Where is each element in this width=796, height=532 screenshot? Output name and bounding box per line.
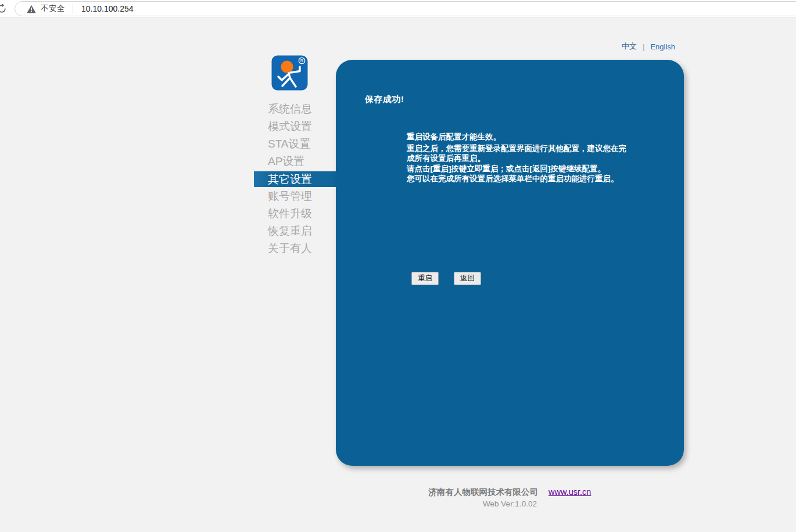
content-panel: 保存成功! 重启设备后配置才能生效。 重启之后，您需要重新登录配置界面进行其他配… <box>336 60 684 466</box>
instruction-line: 重启之后，您需要重新登录配置界面进行其他配置，建议您在完 <box>407 143 626 154</box>
sidebar-item-mode-settings[interactable]: 模式设置 <box>254 118 336 135</box>
sidebar-item-about-usr[interactable]: 关于有人 <box>254 240 336 257</box>
registered-mark-letter: R <box>300 58 304 63</box>
button-row: 重启 返回 <box>411 272 481 285</box>
sidebar-item-system-info[interactable]: 系统信息 <box>254 100 336 118</box>
refresh-icon[interactable] <box>0 3 8 15</box>
company-name: 济南有人物联网技术有限公司 <box>429 487 539 497</box>
sidebar-item-account-management[interactable]: 账号管理 <box>254 188 336 205</box>
back-button[interactable]: 返回 <box>454 272 481 285</box>
instruction-line: 成所有设置后再重启。 <box>407 153 626 164</box>
lang-chinese-link[interactable]: 中文 <box>622 41 637 52</box>
reboot-instructions: 重启设备后配置才能生效。 重启之后，您需要重新登录配置界面进行其他配置，建议您在… <box>407 132 626 184</box>
address-bar-divider <box>73 4 73 14</box>
usr-logo: R <box>271 55 309 91</box>
sidebar-item-sta-settings[interactable]: STA设置 <box>254 135 336 153</box>
website-link[interactable]: www.usr.cn <box>548 487 591 497</box>
sidebar-menu: 系统信息 模式设置 STA设置 AP设置 其它设置 账号管理 软件升级 恢复重启… <box>254 100 336 257</box>
browser-chrome: 不安全 10.10.100.254 <box>0 0 796 17</box>
page: 不安全 10.10.100.254 中文 | English R 系统信息 模式… <box>0 0 796 532</box>
instruction-line: 重启设备后配置才能生效。 <box>407 132 626 142</box>
warning-icon <box>27 5 36 13</box>
url-text[interactable]: 10.10.100.254 <box>81 4 134 13</box>
language-switcher: 中文 | English <box>622 41 675 52</box>
address-bar[interactable]: 不安全 10.10.100.254 <box>15 1 796 16</box>
security-status-label: 不安全 <box>41 3 65 14</box>
footer: 济南有人物联网技术有限公司www.usr.cn Web Ver:1.0.02 <box>336 487 684 508</box>
web-version: Web Ver:1.0.02 <box>336 499 684 508</box>
sidebar-item-other-settings[interactable]: 其它设置 <box>254 171 336 187</box>
instruction-line: 您可以在完成所有设置后选择菜单栏中的重启功能进行重启。 <box>407 174 626 184</box>
page-title: 保存成功! <box>365 94 404 105</box>
instruction-line: 请点击[重启]按键立即重启；或点击[返回]按键继续配置。 <box>407 164 626 174</box>
sidebar-item-ap-settings[interactable]: AP设置 <box>254 153 336 170</box>
restart-button[interactable]: 重启 <box>411 272 439 285</box>
sidebar-item-restore-restart[interactable]: 恢复重启 <box>254 222 336 240</box>
language-separator: | <box>643 42 644 51</box>
sidebar-item-software-upgrade[interactable]: 软件升级 <box>254 205 336 222</box>
lang-english-link[interactable]: English <box>650 42 675 51</box>
